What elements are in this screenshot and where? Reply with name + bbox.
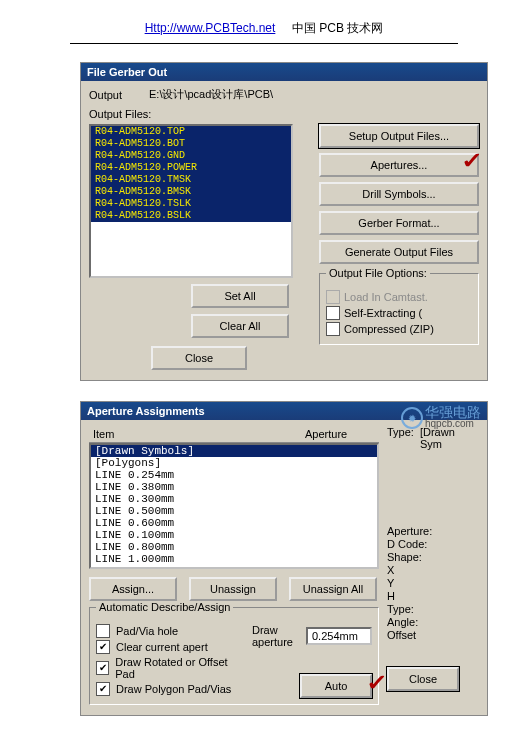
close-button[interactable]: Close: [151, 346, 247, 370]
checkbox-icon[interactable]: [96, 624, 110, 638]
file-gerber-out-window: File Gerber Out Output E:\设计\pcad设计库\PCB…: [80, 62, 488, 381]
list-item[interactable]: [Drawn Symbols]: [91, 445, 377, 457]
checkbox-icon[interactable]: [326, 306, 340, 320]
assign-button[interactable]: Assign...: [89, 577, 177, 601]
angle-label: Angle:: [387, 616, 479, 628]
pad-via-hole-checkbox[interactable]: Pad/Via hole: [116, 625, 178, 637]
list-item[interactable]: LINE 0.100mm: [91, 529, 377, 541]
list-item[interactable]: LINE 1.000mm: [91, 553, 377, 565]
file-item[interactable]: R04-ADM5120.POWER: [91, 162, 291, 174]
gerber-format-button[interactable]: Gerber Format...: [319, 211, 479, 235]
set-all-button[interactable]: Set All: [191, 284, 289, 308]
apertures-button[interactable]: Apertures...: [319, 153, 479, 177]
file-item[interactable]: R04-ADM5120.BSLK: [91, 210, 291, 222]
type-value: [Drawn Sym: [420, 426, 479, 440]
compressed-checkbox[interactable]: Compressed (ZIP): [344, 323, 434, 335]
list-item[interactable]: LINE 0.254mm: [91, 469, 377, 481]
item-list-header: Item Aperture: [89, 426, 379, 443]
output-path: E:\设计\pcad设计库\PCB\: [149, 87, 273, 102]
generate-output-files-button[interactable]: Generate Output Files: [319, 240, 479, 264]
file-item[interactable]: R04-ADM5120.TSLK: [91, 198, 291, 210]
aperture-properties: Aperture: D Code: Shape: X Y H Type: Ang…: [387, 525, 479, 641]
clear-all-button[interactable]: Clear All: [191, 314, 289, 338]
dcode-label: D Code:: [387, 538, 479, 550]
checkbox-icon[interactable]: ✔: [96, 661, 109, 675]
file-item[interactable]: R04-ADM5120.TOP: [91, 126, 291, 138]
draw-aperture-input[interactable]: 0.254mm: [306, 627, 372, 645]
shape-label: Shape:: [387, 551, 479, 563]
offset-label: Offset: [387, 629, 479, 641]
output-label: Output: [89, 89, 143, 101]
checkbox-icon[interactable]: ✔: [96, 640, 110, 654]
output-files-label: Output Files:: [89, 108, 479, 120]
header-divider: [70, 43, 458, 44]
checkbox-icon[interactable]: ✔: [96, 682, 110, 696]
auto-button[interactable]: Auto: [300, 674, 372, 698]
header-title-cn: 中国 PCB 技术网: [292, 21, 383, 35]
checkbox-icon[interactable]: [326, 322, 340, 336]
auto-group-legend: Automatic Describe/Assign: [96, 601, 233, 613]
close-button[interactable]: Close: [387, 667, 459, 691]
unassign-all-button[interactable]: Unassign All: [289, 577, 377, 601]
aperture-titlebar: Aperture Assignments: [81, 402, 487, 420]
y-label: Y: [387, 577, 479, 589]
setup-output-files-button[interactable]: Setup Output Files...: [319, 124, 479, 148]
list-item[interactable]: LINE 0.800mm: [91, 541, 377, 553]
list-item[interactable]: [Polygons]: [91, 457, 377, 469]
page-header: Http://www.PCBTech.net 中国 PCB 技术网: [0, 20, 528, 43]
type-label: Type:: [387, 426, 414, 440]
list-item[interactable]: LINE 0.600mm: [91, 517, 377, 529]
self-extracting-checkbox[interactable]: Self-Extracting (: [344, 307, 422, 319]
automatic-describe-assign-group: Automatic Describe/Assign Pad/Via hole ✔…: [89, 607, 379, 705]
list-item[interactable]: LINE 0.300mm: [91, 493, 377, 505]
output-file-options-legend: Output File Options:: [326, 267, 430, 279]
x-label: X: [387, 564, 479, 576]
file-item[interactable]: R04-ADM5120.BOT: [91, 138, 291, 150]
draw-rotated-checkbox[interactable]: Draw Rotated or Offset Pad: [115, 656, 242, 680]
col-item: Item: [89, 426, 301, 442]
unassign-button[interactable]: Unassign: [189, 577, 277, 601]
file-item[interactable]: R04-ADM5120.BMSK: [91, 186, 291, 198]
aperture-assignments-window: Aperture Assignments ✹ 华强电路 hqpcb.com It…: [80, 401, 488, 716]
h-label: H: [387, 590, 479, 602]
file-item[interactable]: R04-ADM5120.TMSK: [91, 174, 291, 186]
file-item[interactable]: R04-ADM5120.GND: [91, 150, 291, 162]
draw-aperture-label: Draw aperture: [252, 624, 300, 648]
aperture-heading: Aperture:: [387, 525, 479, 537]
output-file-options-group: Output File Options: Load In Camtast. Se…: [319, 273, 479, 345]
header-link[interactable]: Http://www.PCBTech.net: [145, 21, 276, 35]
output-file-list[interactable]: R04-ADM5120.TOP R04-ADM5120.BOT R04-ADM5…: [89, 124, 293, 278]
load-camtast-checkbox: Load In Camtast.: [344, 291, 428, 303]
list-item[interactable]: LINE 0.500mm: [91, 505, 377, 517]
draw-polygon-checkbox[interactable]: Draw Polygon Pad/Vias: [116, 683, 231, 695]
clear-current-apert-checkbox[interactable]: Clear current apert: [116, 641, 208, 653]
list-item[interactable]: LINE 0.380mm: [91, 481, 377, 493]
gerber-titlebar: File Gerber Out: [81, 63, 487, 81]
col-aperture: Aperture: [301, 426, 379, 442]
drill-symbols-button[interactable]: Drill Symbols...: [319, 182, 479, 206]
checkbox-icon: [326, 290, 340, 304]
aperture-item-list[interactable]: [Drawn Symbols] [Polygons] LINE 0.254mm …: [89, 443, 379, 569]
type-prop-label: Type:: [387, 603, 479, 615]
